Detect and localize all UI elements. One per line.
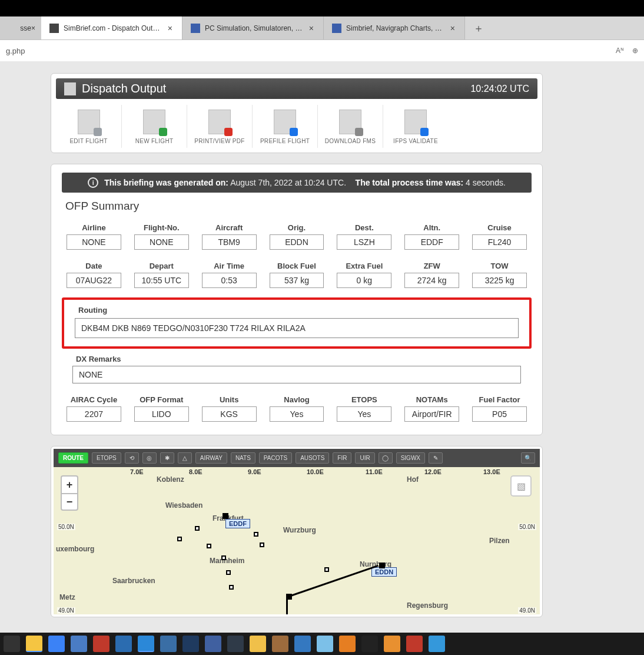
field-value: KGS	[202, 406, 257, 422]
browser-tab[interactable]: Simbrief, Navigraph Charts, Date ×	[324, 16, 465, 39]
zoom-icon[interactable]: ⊕	[632, 47, 638, 55]
map-toolbar-button[interactable]: ◯	[379, 452, 393, 464]
routing-value[interactable]: DKB4M DKB N869 TEDGO/N0310F230 T724 RILA…	[75, 318, 519, 338]
airport-badge[interactable]: EDDN	[371, 567, 397, 577]
field-value: 0:53	[202, 273, 257, 288]
map-panel: ROUTEETOPS⟲◎✱△AIRWAYNATSPACOTSAUSOTSFIRU…	[51, 446, 543, 617]
info-mid: The total process time was:	[356, 178, 464, 187]
map-toolbar-button[interactable]: FIR	[333, 452, 351, 464]
summary-field: Orig. EDDN	[270, 223, 324, 250]
summary-field: Dest. LSZH	[337, 223, 391, 250]
lat-label: 50.0N	[518, 524, 536, 530]
field-label: Date	[67, 262, 121, 270]
close-icon[interactable]: ×	[449, 24, 456, 33]
city-label: uxembourg	[56, 545, 94, 553]
routing-section: Routing DKB4M DKB N869 TEDGO/N0310F230 T…	[62, 297, 532, 349]
zoom-in-button[interactable]: +	[62, 477, 77, 493]
section-title: OFP Summary	[65, 200, 532, 213]
browser-tab[interactable]: PC Simulation, Simulatoren, Harc ×	[182, 16, 324, 39]
close-icon[interactable]: ×	[31, 24, 35, 32]
field-label: Orig.	[270, 223, 324, 232]
action-button[interactable]: PREFILE FLIGHT	[252, 105, 317, 148]
action-label: DOWNLOAD FMS	[318, 138, 383, 144]
city-label: Koblenz	[157, 475, 184, 484]
summary-field: Airline NONE	[67, 223, 121, 250]
map-toolbar-button[interactable]: UIR	[355, 452, 374, 464]
map-toolbar-button[interactable]: ✎	[429, 452, 443, 464]
action-button[interactable]: DOWNLOAD FMS	[317, 105, 383, 148]
remarks-section: DX Remarks NONE	[62, 355, 532, 383]
field-label: OFP Format	[134, 395, 189, 404]
field-value: LIDO	[134, 406, 189, 422]
field-label: Altn.	[404, 223, 459, 232]
action-button[interactable]: PRINT/VIEW PDF	[187, 105, 252, 148]
action-button[interactable]: IFPS VALIDATE	[383, 105, 448, 148]
field-value: P05	[472, 406, 527, 422]
waypoint-icon	[221, 555, 226, 560]
field-value: FL240	[472, 234, 527, 250]
action-button[interactable]: EDIT FLIGHT	[56, 105, 121, 148]
action-icon	[208, 110, 231, 134]
tab-label: SimBrief.com - Dispatch Output	[64, 24, 162, 32]
action-label: PRINT/VIEW PDF	[187, 138, 252, 144]
map-toolbar-button[interactable]: ✱	[160, 452, 174, 464]
action-icon	[143, 110, 165, 134]
zoom-out-button[interactable]: −	[62, 493, 77, 510]
summary-field: Cruise FL240	[472, 223, 527, 250]
field-value: TBM9	[202, 234, 257, 250]
layers-button[interactable]: ▧	[510, 475, 532, 497]
route-segment	[289, 565, 379, 597]
field-label: ZFW	[404, 262, 459, 270]
dispatch-panel: Dispatch Output 10:24:02 UTC EDIT FLIGHT…	[51, 73, 543, 153]
page-content: Dispatch Output 10:24:02 UTC EDIT FLIGHT…	[0, 61, 644, 617]
close-icon[interactable]: ×	[167, 24, 174, 33]
map-toolbar-button[interactable]: ⟲	[125, 452, 139, 464]
lat-label: 49.0N	[518, 607, 536, 614]
map-toolbar-button[interactable]: ◎	[142, 452, 157, 464]
favicon-icon	[49, 24, 59, 33]
summary-field: Air Time 0:53	[202, 262, 257, 288]
remarks-value[interactable]: NONE	[72, 366, 521, 383]
field-value: 2724 kg	[404, 273, 459, 288]
tab-fragment[interactable]: sse ×	[0, 16, 41, 39]
waypoint-icon	[379, 563, 385, 568]
summary-field: Aircraft TBM9	[202, 223, 257, 250]
map-toolbar-button[interactable]: SIGWX	[396, 452, 425, 464]
map-toolbar-button[interactable]: NATS	[231, 452, 255, 464]
waypoint-icon	[207, 544, 211, 548]
map-toolbar-button[interactable]: AUSOTS	[296, 452, 329, 464]
lon-label: 7.0E	[130, 468, 144, 475]
summary-field: Date 07AUG22	[67, 262, 121, 288]
info-icon: i	[88, 177, 98, 188]
summary-field: Block Fuel 537 kg	[270, 262, 324, 288]
field-label: Airline	[67, 223, 121, 232]
address-bar[interactable]: g.php Aᴺ ⊕	[0, 40, 644, 61]
map-search-button[interactable]: 🔍	[521, 452, 535, 464]
waypoint-icon	[324, 567, 329, 572]
lon-label: 13.0E	[483, 468, 500, 475]
summary-field: Fuel Factor P05	[472, 395, 527, 422]
reader-mode-icon[interactable]: Aᴺ	[616, 47, 624, 55]
city-label: Saarbrucken	[112, 577, 155, 585]
waypoint-icon	[229, 585, 234, 590]
ofp-summary-panel: i This briefing was generated on: August…	[51, 164, 543, 435]
map-toolbar-button[interactable]: △	[178, 452, 192, 464]
map-toolbar-button[interactable]: AIRWAY	[195, 452, 227, 464]
field-value: NONE	[67, 234, 121, 250]
map-toolbar-button[interactable]: PACOTS	[259, 452, 292, 464]
new-tab-button[interactable]: ＋	[465, 16, 492, 39]
field-value: 10:55 UTC	[134, 273, 189, 288]
close-icon[interactable]: ×	[308, 24, 315, 33]
route-map[interactable]: + − ▧ 7.0E 8.0E 9.0E 10.0E 11.0E 12.0E 1…	[54, 467, 540, 614]
summary-field: AIRAC Cycle 2207	[67, 395, 121, 422]
field-label: Block Fuel	[270, 262, 324, 270]
summary-row-1: Airline NONEFlight-No. NONEAircraft TBM9…	[62, 223, 532, 250]
airport-badge[interactable]: EDDF	[225, 519, 250, 528]
field-label: Dest.	[337, 223, 391, 232]
map-toolbar-button[interactable]: ROUTE	[58, 452, 88, 464]
city-label: Mannheim	[210, 557, 244, 565]
browser-tab[interactable]: SimBrief.com - Dispatch Output ×	[41, 16, 182, 39]
favicon-icon	[332, 24, 341, 33]
action-button[interactable]: NEW FLIGHT	[121, 105, 187, 148]
map-toolbar-button[interactable]: ETOPS	[92, 452, 121, 464]
